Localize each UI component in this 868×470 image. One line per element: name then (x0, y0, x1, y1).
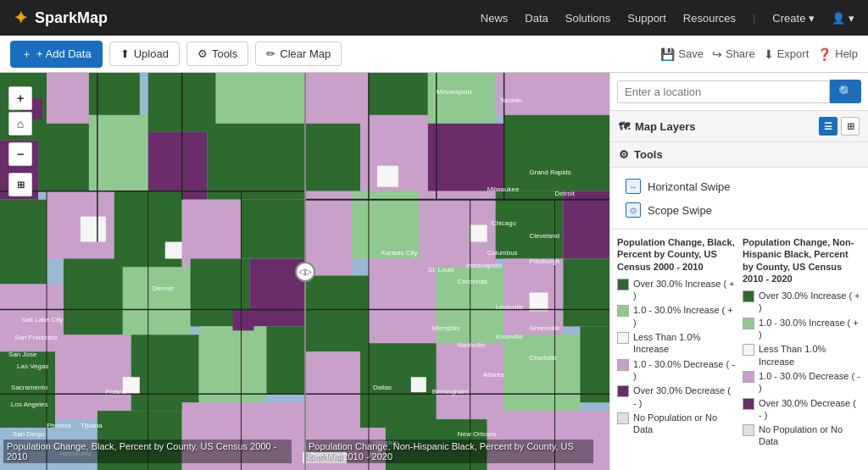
nav-support[interactable]: Support (627, 12, 666, 25)
nav-solutions[interactable]: Solutions (565, 12, 610, 25)
sparkmap-watermark: SparkMap (303, 452, 347, 463)
svg-text:Grand Rapids: Grand Rapids (529, 169, 570, 176)
chevron-down-icon: ▾ (809, 12, 815, 25)
legend-swatch-light-green-1 (617, 305, 629, 317)
legend-section: Population Change, Black, Percent by Cou… (610, 229, 868, 457)
map-label-right: Population Change, Non-Hispanic Black, P… (305, 440, 593, 463)
svg-text:Las Vegas: Las Vegas (17, 362, 48, 370)
main-toolbar: ＋ + Add Data ⬆ Upload ⚙ Tools ✏ Clear Ma… (0, 36, 868, 73)
svg-rect-62 (427, 124, 504, 191)
legend-label: Over 30.0% Increase ( + ) (633, 278, 736, 302)
svg-rect-17 (64, 259, 123, 335)
add-data-button[interactable]: ＋ + Add Data (10, 41, 103, 68)
gear-icon: ⚙ (619, 148, 629, 161)
svg-rect-84 (529, 292, 548, 311)
horizontal-swipe-tool[interactable]: ↔ Horizontal Swipe (619, 174, 860, 198)
svg-text:Nashville: Nashville (457, 341, 485, 349)
svg-text:Knoxville: Knoxville (495, 333, 522, 340)
save-action[interactable]: 💾 Save (660, 47, 704, 61)
legend-swatch-nodata-1 (617, 412, 629, 424)
save-icon: 💾 (660, 47, 675, 61)
nav-user[interactable]: 👤 ▾ (832, 12, 854, 25)
svg-rect-2 (47, 73, 89, 124)
legend-item: 1.0 - 30.0% Decrease ( - ) (617, 358, 736, 383)
svg-text:Memphis: Memphis (431, 324, 459, 332)
view-toggle: ☰ ⊞ (819, 117, 860, 135)
svg-rect-58 (427, 73, 495, 124)
nav-news[interactable]: News (481, 12, 509, 25)
svg-text:Dallas: Dallas (372, 384, 391, 391)
svg-text:Denver: Denver (153, 285, 175, 292)
svg-text:Detroit: Detroit (554, 190, 575, 197)
scope-swipe-tool[interactable]: ⊙ Scope Swipe (619, 198, 860, 222)
svg-text:Phoenix: Phoenix (47, 422, 71, 429)
svg-text:Cleveland: Cleveland (529, 232, 559, 240)
legend-label: Less Than 1.0% Increase (633, 331, 736, 356)
zoom-in-button[interactable]: + (8, 86, 32, 110)
svg-rect-3 (89, 73, 140, 115)
svg-text:Fresno: Fresno (106, 388, 127, 395)
share-action[interactable]: ↪ Share (712, 47, 755, 61)
swipe-handle[interactable]: ◁▷ (295, 262, 315, 282)
legend-label: Over 30.0% Decrease ( - ) (759, 397, 861, 422)
legend-swatch-dark-purple-2 (743, 398, 754, 410)
svg-rect-68 (563, 191, 609, 259)
svg-rect-60 (305, 124, 360, 191)
map-left-panel: Salt Lake City Las Vegas Los Angeles Den… (0, 73, 305, 470)
grid-view-button[interactable]: ⊞ (841, 117, 860, 135)
svg-text:Milwaukee: Milwaukee (487, 185, 519, 193)
legend-item: Less Than 1.0% Increase (617, 331, 736, 356)
nav-create[interactable]: Create ▾ (772, 12, 815, 25)
legend-col-1-title: Population Change, Black, Percent by Cou… (617, 236, 736, 273)
svg-rect-77 (504, 335, 580, 411)
map-layers-section-header[interactable]: 🗺 Map Layers ☰ ⊞ (610, 111, 868, 142)
svg-text:Minneapolis: Minneapolis (436, 88, 472, 96)
map-controls: + ⌂ − ⊞ (8, 86, 32, 196)
svg-text:Chicago: Chicago (491, 219, 516, 227)
nav-resources[interactable]: Resources (683, 12, 736, 25)
svg-rect-70 (368, 259, 436, 344)
legend-swatch-nodata-2 (743, 424, 754, 436)
location-search-button[interactable]: 🔍 (830, 80, 861, 103)
legend-label: Less Than 1.0% Increase (759, 343, 861, 368)
map-icon: 🗺 (619, 120, 630, 133)
svg-rect-59 (495, 73, 609, 115)
svg-text:Atlanta: Atlanta (482, 371, 504, 379)
svg-rect-31 (165, 242, 182, 259)
help-action[interactable]: ❓ Help (817, 47, 858, 61)
svg-rect-18 (123, 268, 191, 335)
svg-rect-64 (305, 191, 352, 276)
toolbar-right-actions: 💾 Save ↪ Share ⬇ Export ❓ Help (660, 47, 858, 61)
svg-rect-56 (305, 73, 369, 124)
home-button[interactable]: ⌂ (8, 112, 32, 135)
sidebar: 🔍 🗺 Map Layers ☰ ⊞ ⚙ Tools ↔ Horizontal … (609, 73, 868, 470)
legend-swatch-dark-green-1 (617, 279, 629, 290)
upload-button[interactable]: ⬆ Upload (109, 41, 180, 66)
svg-rect-15 (242, 200, 305, 259)
map-container[interactable]: Salt Lake City Las Vegas Los Angeles Den… (0, 73, 609, 470)
svg-text:Greenville: Greenville (529, 324, 559, 332)
legend-item: Over 30.0% Decrease ( - ) (743, 397, 861, 422)
svg-rect-12 (208, 124, 305, 200)
list-view-button[interactable]: ☰ (819, 117, 837, 135)
legend-swatch-dark-green-2 (743, 290, 754, 302)
brand-logo[interactable]: ✦ SparkMap (14, 8, 108, 28)
location-input[interactable] (617, 80, 830, 103)
help-icon: ❓ (817, 47, 832, 61)
svg-text:Kansas City: Kansas City (381, 249, 417, 257)
legend-label: 1.0 - 30.0% Increase ( + ) (759, 317, 861, 341)
svg-rect-23 (131, 335, 199, 411)
svg-rect-74 (305, 351, 360, 428)
plus-icon: ＋ (21, 47, 32, 62)
chevron-down-icon: ▾ (849, 12, 854, 25)
nav-data[interactable]: Data (525, 12, 548, 25)
tools-section-header[interactable]: ⚙ Tools (610, 142, 868, 168)
zoom-out-button[interactable]: − (8, 142, 32, 166)
layers-button[interactable]: ⊞ (8, 173, 32, 196)
legend-label: Over 30.0% Decrease ( - ) (633, 384, 736, 409)
export-action[interactable]: ⬇ Export (764, 47, 810, 61)
legend-swatch-light-green-2 (743, 318, 754, 329)
tools-button[interactable]: ⚙ Tools (186, 41, 248, 66)
clear-map-button[interactable]: ✏ Clear Map (255, 41, 342, 66)
share-icon: ↪ (712, 47, 722, 61)
